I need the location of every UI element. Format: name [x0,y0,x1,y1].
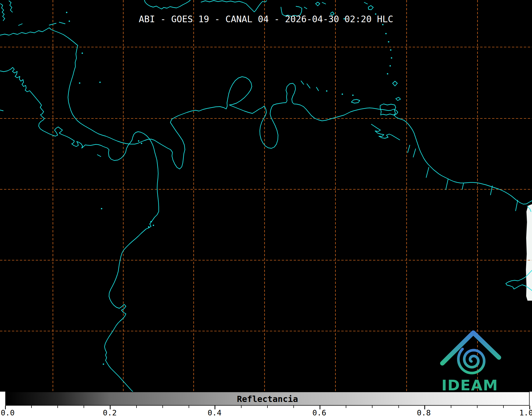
island-dots [66,12,67,13]
colorbar-minor-tick [241,406,242,408]
colorbar-minor-tick [189,406,189,408]
colorbar-minor-tick [503,406,504,408]
small-cays-coastline [304,7,307,9]
island-dots [153,224,154,226]
sunlit-cloud-area [526,204,532,301]
small-cays-coastline [0,110,3,111]
colorbar-minor-tick [57,406,58,408]
island-dots [101,208,102,209]
belize-coast-fragments-coastline [9,1,12,12]
island-dots [388,41,389,42]
orinoco-delta-channels-coastline [413,149,416,157]
hispaniola-coast-coastline [201,1,267,12]
island-dots [81,52,83,54]
colorbar-tick-label: 0.8 [417,408,431,417]
colorbar-minor-tick [477,406,478,408]
island-dots [99,81,101,83]
image-title: ABI - GOES 19 - CANAL 04 - 2026-04-30 02… [0,14,532,24]
lesser-antilles-islets-coastline [393,81,397,86]
margarita-outline-coastline [351,99,360,103]
coastlines [0,0,532,392]
ideam-logo: IDEAM [442,333,499,392]
colorbar-minor-tick [372,406,372,408]
island-dots [326,90,327,91]
colorbar-minor-tick [346,406,346,408]
island-dots [352,94,353,96]
colorbar-tick-label: 0.2 [103,408,117,417]
colorbar-minor-tick [451,406,451,408]
island-dots [150,221,152,222]
logo-hurricane-spiral-icon [458,349,484,373]
lesser-antilles-islets-coastline [368,6,373,10]
pacific-coast-coastline [0,67,159,392]
colorbar-minor-tick [293,406,294,408]
island-dots [103,363,104,365]
island-dots [342,93,343,95]
colorbar-tick-label: 1.0 [519,408,532,417]
jamaica-coast-coastline [144,0,190,9]
colorbar-minor-tick [84,406,84,408]
island-dots [391,57,392,58]
colorbar-minor-tick [267,406,268,408]
tobago-outline-coastline [396,97,401,100]
colorbar-tick-label: 0.0 [1,408,15,417]
satellite-image-viewer: IDEAM ABI - GOES 19 - CANAL 04 - 2026-04… [0,0,532,417]
colorbar-minor-tick [136,406,137,408]
logo-text: IDEAM [442,377,498,392]
abc-islands-coastline [301,81,304,84]
abc-islands-coastline [307,84,310,88]
orinoco-delta-channels-coastline [426,167,429,177]
island-dots [389,65,391,66]
island-dots [390,49,391,51]
island-dots [385,33,387,34]
island-dots [387,73,388,74]
sunlit-terminator-patch [526,204,532,301]
small-cays-coastline [97,155,101,157]
orinoco-delta-channels-coastline [446,179,448,190]
small-cays-coastline [364,2,367,4]
caribbean-coast-coastline [0,28,532,204]
map-canvas: IDEAM [0,0,532,392]
colorbar-tick-label: 0.6 [312,408,326,417]
colorbar: Reflectancia 0.0 0.2 0.4 0.6 0.8 1.0 [0,392,532,417]
colorbar-minor-tick [398,406,399,408]
orinoco-delta-channels-coastline [462,184,463,189]
colorbar-title: Reflectancia [237,394,298,404]
lesser-antilles-islets-coastline [316,2,320,6]
satellite-map: IDEAM ABI - GOES 19 - CANAL 04 - 2026-04… [0,0,532,392]
colorbar-minor-tick [162,406,163,408]
orinoco-delta-channels-coastline [516,200,518,211]
small-cays-coastline [322,2,326,4]
island-dots [141,143,142,144]
abc-islands-coastline [316,87,319,91]
orinoco-delta-channels-coastline [408,145,410,153]
island-dots [79,82,80,84]
colorbar-minor-tick [31,406,32,408]
graticule-gridlines [0,0,532,392]
paria-gulf-shore-coastline [371,124,400,140]
island-dots [138,140,139,141]
orinoco-delta-channels-coastline [490,186,492,195]
island-dots [148,226,149,227]
colorbar-tick-label: 0.4 [208,408,221,417]
